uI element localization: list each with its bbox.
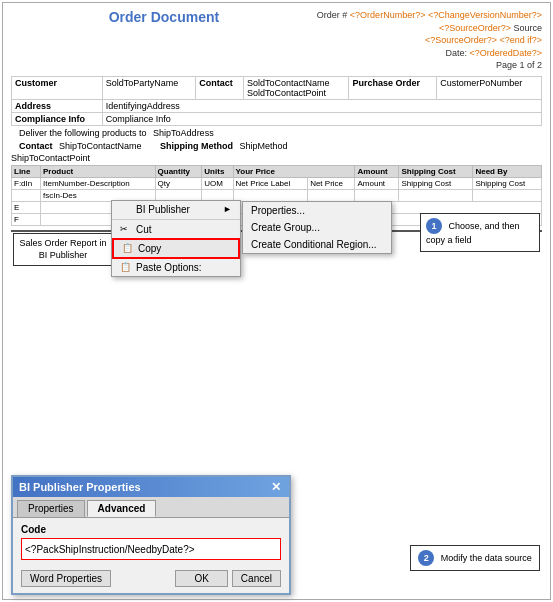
menu-item-bipublisher[interactable]: BI Publisher ► Properties... Create Grou… [112,201,240,218]
sub-amount: Amount [355,177,399,189]
step2-circle: 2 [418,550,434,566]
submenu-arrow-icon: ► [223,204,232,214]
cut-label: Cut [136,224,152,235]
customer-table: Customer SoldToPartyName Contact SoldToC… [11,76,542,126]
context-menu: BI Publisher ► Properties... Create Grou… [111,200,241,277]
context-menu-popup: BI Publisher ► Properties... Create Grou… [111,200,241,277]
word-properties-label: Word Properties [30,573,102,584]
step2-text: Modify the data source [441,553,532,563]
callout-text: Sales Order Report in BI Publisher [19,238,106,260]
dialog-body: Code [13,518,289,566]
contact-shipping-row: Contact ShipToContactName Shipping Metho… [11,140,542,152]
dialog-title: BI Publisher Properties [19,481,141,493]
address-value: IdentifyingAddress [102,99,541,112]
compliance-label: Compliance Info [12,112,103,125]
tab-properties[interactable]: Properties [17,500,85,517]
menu-item-paste[interactable]: 📋 Paste Options: [112,259,240,276]
cell-amt [355,189,399,201]
col-needby: Need By [473,165,542,177]
sub-shipping-cost: Shipping Cost [399,177,473,189]
col-product: Product [41,165,156,177]
sold-to-party: SoldToPartyName [102,76,196,99]
tab-advanced-label: Advanced [98,503,146,514]
cell-net [308,189,355,201]
contact-point-row: ShipToContactPoint [11,153,542,163]
cell-fscin [12,189,41,201]
table-row: Compliance Info Compliance Info [12,112,542,125]
ship-method: ShipMethod [240,141,288,151]
page-label: Page 1 of 2 [496,60,542,70]
copy-icon: 📋 [122,243,134,253]
cell-price-lbl [233,189,308,201]
date-label: Date: [445,48,469,58]
cancel-button[interactable]: Cancel [232,570,281,587]
dialog-close-button[interactable]: ✕ [269,480,283,494]
address-label: Address [12,99,103,112]
cut-icon: ✂ [120,224,132,234]
end-if: <?end if?> [499,35,542,45]
paste-icon: 📋 [120,262,132,272]
contact-val: ShipToContactName [59,141,142,151]
customer-label: Customer [12,76,103,99]
customer-table-area: Customer SoldToPartyName Contact SoldToC… [11,76,542,126]
cell-needby [473,189,542,201]
col-line: Line [12,165,41,177]
menu-item-label: BI Publisher [136,204,190,215]
table-row: Address IdentifyingAddress [12,99,542,112]
doc-header-right: Order # <?OrderNumber?> <?ChangeVersionN… [317,9,542,72]
deliver-label: Deliver the following products to [19,128,147,138]
cell-ship [399,189,473,201]
sub-qty: Qty [155,177,202,189]
dialog-box: BI Publisher Properties ✕ Properties Adv… [11,475,291,595]
cell-e: E [12,201,41,213]
callout-step1: 1 Choose, and then copy a field [420,213,540,252]
shipping-lbl: Shipping Method [160,141,233,151]
tab-advanced[interactable]: Advanced [87,500,157,517]
dialog-tabs: Properties Advanced [13,497,289,518]
word-properties-button[interactable]: Word Properties [21,570,111,587]
bipublisher-properties-dialog-container: BI Publisher Properties ✕ Properties Adv… [11,475,291,595]
table-header-row: Line Product Quantity Units Your Price A… [12,165,542,177]
callout-step2: 2 Modify the data source [410,545,540,571]
po-label: Purchase Order [349,76,437,99]
menu-item-copy[interactable]: 📋 Copy [112,238,240,259]
callout-sales-order: Sales Order Report in BI Publisher [13,233,113,266]
ship-to-address: ShipToAddress [153,128,214,138]
table-row: fscIn-Des [12,189,542,201]
submenu-item-properties[interactable]: Properties... [243,202,391,219]
source-order-field: <?SourceOrder?> [439,23,511,33]
dialog-footer: Word Properties OK Cancel [13,566,289,593]
order-number-field: <?OrderNumber?> [350,10,426,20]
create-group-label: Create Group... [251,222,320,233]
order-number-label: Order # [317,10,348,20]
col-units: Units [202,165,233,177]
order-document-section: Order # <?OrderNumber?> <?ChangeVersionN… [3,3,550,76]
order-source2: <?SourceOrder?> [425,35,497,45]
bipublisher-submenu: Properties... Create Group... Create Con… [242,201,392,254]
compliance-value: Compliance Info [102,112,541,125]
dialog-title-bar: BI Publisher Properties ✕ [13,477,289,497]
source-label: Source [513,23,542,33]
menu-item-cut[interactable]: ✂ Cut [112,221,240,238]
ok-button[interactable]: OK [175,570,227,587]
paste-label: Paste Options: [136,262,202,273]
table-subheader-row: F:dIn ItemNumber-Description Qty UOM Net… [12,177,542,189]
col-price: Your Price [233,165,355,177]
copy-label: Copy [138,243,161,254]
col-amount: Amount [355,165,399,177]
sub-net-price: Net Price [308,177,355,189]
contact-label: Contact [196,76,244,99]
code-input[interactable] [21,538,281,560]
customer-po: CustomerPoNumber [437,76,542,99]
sub-uom: UOM [202,177,233,189]
sub-price-label: Net Price Label [233,177,308,189]
submenu-item-conditional[interactable]: Create Conditional Region... [243,236,391,253]
ok-label: OK [194,573,208,584]
col-quantity: Quantity [155,165,202,177]
contact-value: SoldToContactNameSoldToContactPoint [243,76,348,99]
sub-item: ItemNumber-Description [41,177,156,189]
submenu-item-create-group[interactable]: Create Group... [243,219,391,236]
sub-fdin: F:dIn [12,177,41,189]
table-row: Customer SoldToPartyName Contact SoldToC… [12,76,542,99]
date-field: <?OrderedDate?> [469,48,542,58]
